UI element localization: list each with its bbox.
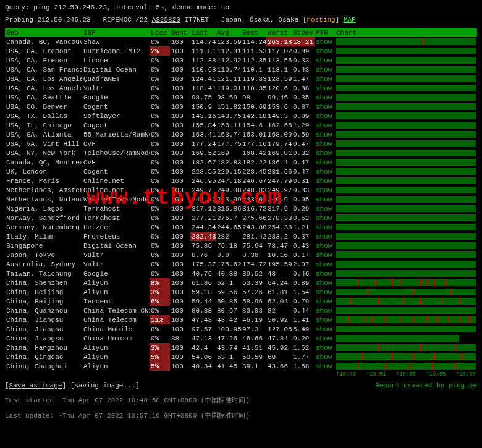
mtr-show-link[interactable]: show bbox=[315, 204, 335, 213]
cell-isp: Softlayer bbox=[82, 111, 150, 120]
mtr-show-link[interactable]: show bbox=[315, 269, 335, 278]
cell-worst: 120.6 bbox=[266, 83, 292, 93]
cell-last: 163.41 bbox=[190, 130, 216, 139]
mtr-show-link[interactable]: show bbox=[315, 83, 335, 93]
mtr-show-link[interactable]: show bbox=[315, 195, 335, 204]
cell-stdev: 0.43 bbox=[292, 65, 315, 74]
mtr-show-link[interactable]: show bbox=[315, 167, 335, 176]
table-row: Australia, SydneyVultr0%100175.37175.621… bbox=[5, 260, 477, 269]
mtr-show-link[interactable]: show bbox=[315, 222, 335, 232]
mtr-show-link[interactable]: show bbox=[315, 102, 335, 111]
mtr-show-link[interactable]: show bbox=[315, 213, 335, 222]
chart-cell bbox=[335, 278, 477, 287]
mtr-show-link[interactable]: show bbox=[315, 352, 335, 361]
mtr-show-link[interactable]: show bbox=[315, 158, 335, 167]
mtr-show-link[interactable]: show bbox=[315, 185, 335, 195]
cell-avg: 316.86 bbox=[216, 204, 241, 213]
mtr-show-link[interactable]: show bbox=[315, 111, 335, 120]
cell-loss: 0% bbox=[150, 139, 170, 148]
mtr-show-link[interactable]: show bbox=[315, 148, 335, 158]
cell-best: 119.83 bbox=[241, 74, 266, 83]
mtr-show-link[interactable]: show bbox=[315, 324, 335, 334]
mtr-show-link[interactable]: show bbox=[315, 306, 335, 315]
table-row: USA, CA, Los AngelesQuadraNET0%100124.41… bbox=[5, 74, 477, 83]
mtr-show-link[interactable]: show bbox=[315, 287, 335, 297]
cell-stdev: 0.89 bbox=[292, 278, 315, 287]
cell-avg: 244.65 bbox=[216, 222, 241, 232]
chart-cell bbox=[335, 306, 477, 315]
cell-last: 155.84 bbox=[190, 120, 216, 130]
cell-best: 97.3 bbox=[241, 324, 266, 334]
mtr-show-link[interactable]: show bbox=[315, 250, 335, 260]
chart-cell bbox=[335, 74, 477, 83]
cell-best: 246.67 bbox=[241, 176, 266, 185]
cell-geo: USA, CA, Fremont bbox=[5, 56, 82, 65]
mtr-show-link[interactable]: show bbox=[315, 46, 335, 56]
mtr-show-link[interactable]: show bbox=[315, 37, 335, 46]
cell-worst: 249.97 bbox=[266, 185, 292, 195]
query-line: Query: ping 212.50.246.23, interval: 5s,… bbox=[5, 4, 477, 11]
chart-cell bbox=[335, 352, 477, 361]
cell-stdev: 0.87 bbox=[292, 102, 315, 111]
table-row: China, JiangsuChina Telecom11%10047.4848… bbox=[5, 315, 477, 324]
cell-geo: China, Shanghai bbox=[5, 361, 82, 371]
table-row: China, BeijingAliyun3%10059.1859.5657.26… bbox=[5, 287, 477, 297]
cell-last: 114.74 bbox=[190, 37, 216, 46]
chart-cell bbox=[335, 260, 477, 269]
cell-loss: 0% bbox=[150, 111, 170, 120]
table-row: USA, GA, Atlanta55 Marietta/RamNode0%100… bbox=[5, 130, 477, 139]
cell-stdev: 0.35 bbox=[292, 93, 315, 102]
mtr-show-link[interactable]: show bbox=[315, 334, 335, 343]
cell-best: 46.19 bbox=[241, 315, 266, 324]
asn-link[interactable]: AS25820 bbox=[152, 16, 180, 23]
cell-loss: 0% bbox=[150, 185, 170, 195]
cell-last: 277.21 bbox=[190, 213, 216, 222]
save-as-image-link[interactable]: [Save as image] bbox=[5, 382, 66, 389]
cell-best: 118.35 bbox=[241, 83, 266, 93]
mtr-show-link[interactable]: show bbox=[315, 74, 335, 83]
cell-geo: Nigeria, Lagos bbox=[5, 204, 82, 213]
cell-worst: 60 bbox=[266, 352, 292, 361]
mtr-show-link[interactable]: show bbox=[315, 56, 335, 65]
mtr-show-link[interactable]: show bbox=[315, 278, 335, 287]
chart-cell bbox=[335, 46, 477, 56]
mtr-show-link[interactable]: show bbox=[315, 343, 335, 352]
cell-sent: 100 bbox=[170, 324, 190, 334]
cell-loss: 3% bbox=[150, 343, 170, 352]
mtr-show-link[interactable]: show bbox=[315, 120, 335, 130]
cell-best: 154.6 bbox=[241, 120, 266, 130]
mtr-show-link[interactable]: show bbox=[315, 176, 335, 185]
cell-worst: 113.56 bbox=[266, 56, 292, 65]
table-row: USA, CA, SeattleGoogle0%10098.7598.69989… bbox=[5, 93, 477, 102]
chart-cell bbox=[335, 222, 477, 232]
cell-isp: Cogent bbox=[82, 120, 150, 130]
cell-geo: China, Quanzhou bbox=[5, 306, 82, 315]
table-row: USA, IL, ChicagoCogent0%100155.84156.111… bbox=[5, 120, 477, 130]
hosting-tag: hosting bbox=[307, 16, 336, 23]
mtr-show-link[interactable]: show bbox=[315, 93, 335, 102]
cell-geo: Taiwan, Taichung bbox=[5, 269, 82, 278]
mtr-show-link[interactable]: show bbox=[315, 361, 335, 371]
cell-isp: Terrahost bbox=[82, 213, 150, 222]
cell-isp: Google bbox=[82, 93, 150, 102]
cell-best: 177.16 bbox=[241, 139, 266, 148]
col-last: Last bbox=[190, 28, 216, 37]
cell-loss: 0% bbox=[150, 334, 170, 343]
mtr-show-link[interactable]: show bbox=[315, 297, 335, 306]
cell-stdev: 1.21 bbox=[292, 222, 315, 232]
cell-geo: China, Jiangsu bbox=[5, 324, 82, 334]
cell-last: 177.24 bbox=[190, 139, 216, 148]
cell-stdev: 0.95 bbox=[292, 195, 315, 204]
mtr-show-link[interactable]: show bbox=[315, 241, 335, 250]
mtr-show-link[interactable]: show bbox=[315, 65, 335, 74]
cell-worst: 263.18 bbox=[266, 37, 292, 46]
table-row: Japan, TokyoVultr0%1008.768.88.3610.160.… bbox=[5, 250, 477, 260]
cell-isp: Online.net bbox=[82, 185, 150, 195]
mtr-show-link[interactable]: show bbox=[315, 315, 335, 324]
mtr-show-link[interactable]: show bbox=[315, 260, 335, 269]
mtr-show-link[interactable]: show bbox=[315, 232, 335, 241]
map-link[interactable]: MAP bbox=[344, 16, 356, 23]
mtr-show-link[interactable]: show bbox=[315, 139, 335, 148]
mtr-show-link[interactable]: show bbox=[315, 130, 335, 139]
cell-best: 8.36 bbox=[241, 250, 266, 260]
